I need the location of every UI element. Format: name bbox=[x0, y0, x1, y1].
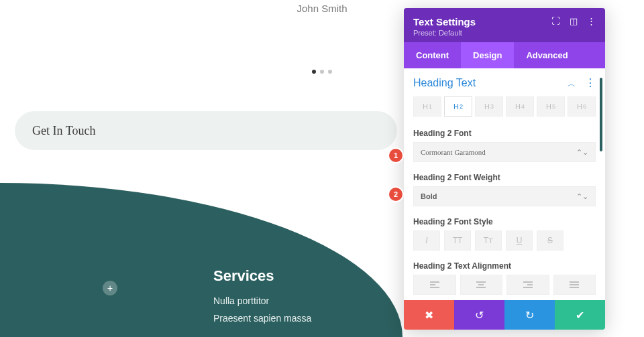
font-value: Cormorant Garamond bbox=[421, 148, 486, 156]
heading-h1[interactable]: H1 bbox=[413, 96, 441, 117]
caret-icon: ⌃⌄ bbox=[576, 148, 588, 157]
cta-heading: Get In Touch bbox=[15, 111, 397, 150]
style-strikethrough[interactable]: S bbox=[537, 230, 564, 251]
footer-services-column: Services Nulla porttitor Praesent sapien… bbox=[213, 267, 311, 330]
responsive-icon[interactable]: ◫ bbox=[570, 16, 578, 26]
section-kebab-icon[interactable]: ⋮ bbox=[581, 77, 596, 88]
panel-scrollbar-thumb[interactable] bbox=[600, 78, 602, 151]
footer-title: Services bbox=[213, 267, 311, 285]
heading-level-selector: H1 H2 H3 H4 H5 H6 bbox=[413, 96, 596, 117]
expand-icon[interactable]: ⛶ bbox=[551, 16, 560, 26]
panel-header: Text Settings Preset: Default ⛶ ◫ ⋮ bbox=[404, 8, 605, 42]
chevron-up-icon[interactable]: ︿ bbox=[568, 79, 576, 88]
heading-h6[interactable]: H6 bbox=[568, 96, 596, 117]
align-right[interactable] bbox=[506, 275, 549, 295]
font-select[interactable]: Cormorant Garamond ⌃⌄ bbox=[413, 142, 596, 162]
redo-button[interactable]: ↻ bbox=[504, 300, 555, 330]
footer-link[interactable]: Nulla porttitor bbox=[213, 295, 311, 306]
undo-button[interactable]: ↺ bbox=[454, 300, 504, 330]
text-settings-panel: Text Settings Preset: Default ⛶ ◫ ⋮ Cont… bbox=[404, 8, 605, 330]
heading-h4[interactable]: H4 bbox=[506, 96, 534, 117]
panel-footer: ✖ ↺ ↻ ✔ bbox=[404, 300, 605, 330]
style-smallcaps[interactable]: Tᴛ bbox=[475, 230, 502, 251]
add-section-button[interactable]: + bbox=[103, 281, 117, 295]
heading-h2[interactable]: H2 bbox=[444, 96, 472, 117]
align-center[interactable] bbox=[460, 275, 503, 295]
footer-link[interactable]: Praesent sapien massa bbox=[213, 313, 311, 324]
weight-label: Heading 2 Font Weight bbox=[413, 173, 596, 182]
cancel-button[interactable]: ✖ bbox=[404, 300, 454, 330]
preset-label[interactable]: Preset: Default bbox=[413, 29, 476, 37]
style-label: Heading 2 Font Style bbox=[413, 217, 596, 226]
save-button[interactable]: ✔ bbox=[555, 300, 605, 330]
font-label: Heading 2 Font bbox=[413, 129, 596, 138]
style-italic[interactable]: I bbox=[413, 230, 440, 251]
align-label: Heading 2 Text Alignment bbox=[413, 261, 596, 271]
panel-title: Text Settings bbox=[413, 16, 476, 27]
tab-design[interactable]: Design bbox=[461, 42, 514, 68]
footer-wave bbox=[0, 183, 402, 337]
align-left[interactable] bbox=[413, 275, 456, 295]
tab-content[interactable]: Content bbox=[404, 42, 461, 68]
weight-select[interactable]: Bold ⌃⌄ bbox=[413, 186, 596, 206]
annotation-1: 1 bbox=[389, 149, 402, 162]
weight-value: Bold bbox=[421, 192, 437, 200]
section-heading-text[interactable]: Heading Text bbox=[413, 77, 476, 89]
tab-advanced[interactable]: Advanced bbox=[514, 42, 580, 68]
panel-tabs: Content Design Advanced bbox=[404, 42, 605, 68]
kebab-icon[interactable]: ⋮ bbox=[587, 16, 596, 26]
align-justify[interactable] bbox=[553, 275, 596, 295]
heading-h5[interactable]: H5 bbox=[537, 96, 565, 117]
caret-icon: ⌃⌄ bbox=[576, 192, 588, 201]
style-underline[interactable]: U bbox=[506, 230, 533, 251]
heading-h3[interactable]: H3 bbox=[475, 96, 503, 117]
style-uppercase[interactable]: TT bbox=[444, 230, 471, 251]
annotation-2: 2 bbox=[389, 188, 402, 201]
